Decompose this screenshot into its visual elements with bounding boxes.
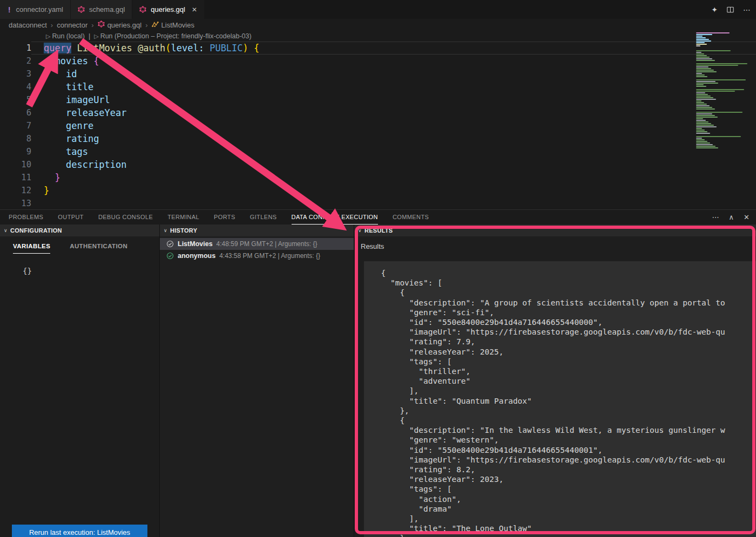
code-text: genre (31, 119, 756, 132)
minimap-line (696, 131, 707, 132)
code-line[interactable]: 5 imageUrl (0, 93, 756, 106)
code-line[interactable]: 9 tags (0, 145, 756, 158)
code-text: title (31, 80, 756, 93)
more-actions-icon[interactable]: ⋯ (743, 5, 751, 14)
minimap-line (696, 110, 753, 111)
line-number: 5 (0, 93, 31, 106)
panel-tab-problems[interactable]: PROBLEMS (9, 210, 43, 225)
editor-code[interactable]: 1query ListMovies @auth(level: PUBLIC) {… (0, 42, 756, 209)
rerun-button[interactable]: Rerun last execution: ListMovies (12, 525, 147, 537)
code-line[interactable]: 1query ListMovies @auth(level: PUBLIC) { (0, 42, 756, 55)
minimap-line (696, 62, 753, 63)
panel-actions: ⋯ ∧ ✕ (712, 210, 750, 225)
tab-schema.gql[interactable]: schema.gql (71, 0, 132, 19)
breadcrumb-item-connector[interactable]: connector (57, 21, 87, 29)
code-line[interactable]: 12} (0, 184, 756, 197)
close-panel-icon[interactable]: ✕ (744, 213, 750, 221)
tab-queries.gql[interactable]: queries.gql✕ (132, 0, 204, 19)
code-line[interactable]: 13 (0, 197, 756, 209)
minimap-line (696, 32, 730, 33)
close-icon[interactable]: ✕ (192, 6, 197, 13)
panel-tab-terminal[interactable]: TERMINAL (167, 210, 199, 225)
code-line[interactable]: 3 id (0, 67, 756, 80)
run-local-link[interactable]: ▷Run (local) (46, 31, 85, 42)
minimap-line (696, 115, 715, 116)
minimap-line (696, 92, 705, 93)
code-text: movies { (31, 55, 756, 67)
minimap-line (696, 60, 715, 61)
history-row[interactable]: anonymous4:43:58 PM GMT+2 | Arguments: {… (160, 250, 354, 262)
panel-tab-ports[interactable]: PORTS (214, 210, 235, 225)
graphql-icon (98, 21, 105, 29)
results-json[interactable]: { "movies": [ { "description": "A group … (364, 261, 756, 537)
minimap-line (696, 53, 704, 55)
line-number: 8 (0, 132, 31, 145)
tab-label: schema.gql (89, 5, 125, 13)
code-text: description (31, 158, 756, 171)
minimap-line (696, 89, 744, 90)
minimap-line (696, 99, 716, 100)
panel-tab-data-connect-execution[interactable]: DATA CONNECT EXECUTION (292, 210, 378, 225)
panel-tab-debug-console[interactable]: DEBUG CONSOLE (98, 210, 153, 225)
minimap-line (696, 86, 706, 87)
minimap-line (696, 128, 702, 129)
minimap-line (696, 123, 711, 124)
minimap-line (696, 68, 711, 69)
breadcrumb-item-queries.gql[interactable]: queries.gql (98, 21, 142, 29)
minimap-line (696, 142, 710, 144)
chevron-down-icon: ∨ (358, 228, 362, 233)
minimap-line (696, 34, 712, 35)
results-header[interactable]: ∨ RESULTS (354, 225, 756, 236)
minimap-line (696, 134, 753, 135)
minimap-line (696, 55, 707, 56)
code-line[interactable]: 2 movies { (0, 55, 756, 67)
minimap-line (696, 49, 753, 50)
minimap-line (696, 74, 705, 76)
panel-tab-gitlens[interactable]: GITLENS (250, 210, 277, 225)
code-text: id (31, 67, 756, 80)
history-header[interactable]: ∨ HISTORY (160, 225, 354, 236)
breadcrumb-item-ListMovies[interactable]: ListMovies (152, 21, 194, 29)
code-line[interactable]: 8 rating (0, 132, 756, 145)
line-number: 4 (0, 80, 31, 93)
line-number: 11 (0, 171, 31, 184)
code-editor[interactable]: ▷Run (local) | ▷Run (Production – Projec… (0, 31, 756, 209)
code-line[interactable]: 6 releaseYear (0, 106, 756, 119)
play-icon: ▷ (46, 31, 50, 42)
minimap-line (696, 138, 702, 139)
split-editor-icon[interactable] (726, 6, 734, 13)
panel-tab-output[interactable]: OUTPUT (58, 210, 84, 225)
minimap-line (696, 70, 714, 71)
panel-body: ∨ CONFIGURATION VARIABLESAUTHENTICATION … (0, 225, 756, 537)
tab-connector.yaml[interactable]: !connector.yaml (0, 0, 70, 19)
minimap-line (696, 73, 702, 74)
minimap-line (696, 57, 710, 58)
breadcrumb-label: queries.gql (107, 21, 142, 29)
minimap-line (696, 37, 706, 38)
breadcrumb: dataconnect›connector›queries.gql›ListMo… (0, 19, 756, 31)
breadcrumb-item-dataconnect[interactable]: dataconnect (9, 21, 47, 29)
codelens: ▷Run (local) | ▷Run (Production – Projec… (0, 31, 756, 42)
minimap-line (696, 139, 705, 140)
sparkle-icon[interactable]: ✦ (711, 5, 718, 14)
line-number: 12 (0, 184, 31, 197)
code-line[interactable]: 7 genre (0, 119, 756, 132)
maximize-panel-icon[interactable]: ∧ (729, 213, 734, 221)
config-tab-authentication[interactable]: AUTHENTICATION (70, 243, 127, 254)
code-line[interactable]: 4 title (0, 80, 756, 93)
panel-more-icon[interactable]: ⋯ (712, 213, 719, 221)
panel-tab-comments[interactable]: COMMENTS (393, 210, 429, 225)
config-tab-variables[interactable]: VARIABLES (13, 243, 50, 254)
run-production-link[interactable]: ▷Run (Production – Project: friendly-fli… (94, 31, 251, 42)
history-title: HISTORY (170, 227, 197, 234)
play-icon: ▷ (94, 31, 98, 42)
minimap-line (696, 36, 703, 37)
configuration-pane: ∨ CONFIGURATION VARIABLESAUTHENTICATION … (0, 225, 160, 537)
code-line[interactable]: 10 description (0, 158, 756, 171)
minimap[interactable] (693, 32, 755, 140)
editor-tab-bar: !connector.yamlschema.gqlqueries.gql✕ ✦ … (0, 0, 756, 19)
code-line[interactable]: 11 } (0, 171, 756, 184)
configuration-header[interactable]: ∨ CONFIGURATION (0, 225, 159, 236)
tab-label: queries.gql (151, 5, 185, 13)
history-row[interactable]: ListMovies4:48:59 PM GMT+2 | Arguments: … (160, 238, 354, 250)
